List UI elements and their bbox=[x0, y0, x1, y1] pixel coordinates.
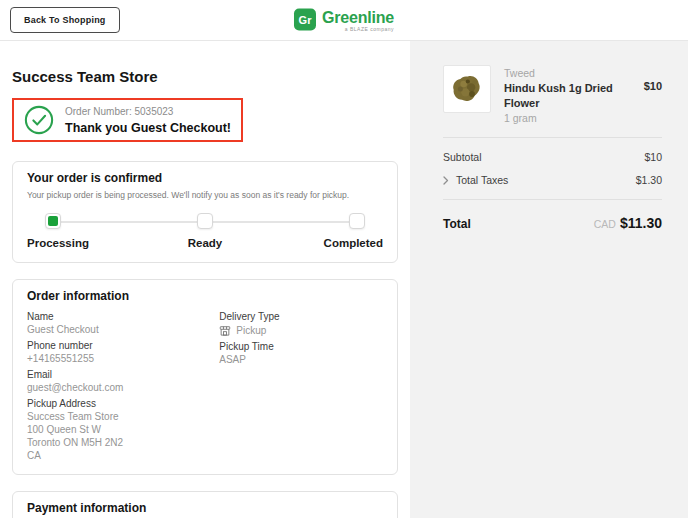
order-information-card: Order information Name Guest Checkout Ph… bbox=[12, 279, 398, 475]
subtotal-label: Subtotal bbox=[443, 151, 482, 163]
summary-divider bbox=[443, 137, 662, 138]
total-taxes-row[interactable]: Total Taxes $1.30 bbox=[443, 174, 662, 186]
phone-label: Phone number bbox=[27, 339, 219, 352]
delivery-type-label: Delivery Type bbox=[219, 310, 383, 323]
total-label: Total bbox=[443, 217, 471, 231]
order-information-title: Order information bbox=[27, 289, 383, 303]
chevron-right-icon[interactable] bbox=[443, 176, 449, 185]
address-line: CA bbox=[27, 449, 219, 462]
payment-information-title: Payment information bbox=[27, 501, 383, 515]
pickup-time-label: Pickup Time bbox=[219, 340, 383, 353]
total-taxes-value: $1.30 bbox=[636, 174, 662, 186]
product-name: Hindu Kush 1g Dried Flower bbox=[504, 81, 631, 111]
phone-value: +14165551255 bbox=[27, 352, 219, 365]
name-value: Guest Checkout bbox=[27, 323, 219, 336]
thank-you-message: Thank you Guest Checkout! bbox=[65, 121, 231, 135]
step-processing-checkpoint bbox=[45, 213, 61, 229]
check-circle-icon bbox=[24, 105, 54, 135]
step-label-processing: Processing bbox=[27, 237, 89, 249]
step-active-fill bbox=[48, 216, 58, 226]
field-pickup-address: Pickup Address Success Team Store 100 Qu… bbox=[27, 397, 219, 462]
address-line: 100 Queen St W bbox=[27, 423, 219, 436]
order-confirmation-banner: Order Number: 5035023 Thank you Guest Ch… bbox=[12, 98, 243, 142]
order-summary-sidebar: Tweed Hindu Kush 1g Dried Flower 1 gram … bbox=[410, 41, 688, 518]
product-image bbox=[443, 65, 491, 113]
total-taxes-label: Total Taxes bbox=[456, 174, 508, 186]
field-email: Email guest@checkout.com bbox=[27, 368, 219, 394]
pickup-time-value: ASAP bbox=[219, 353, 383, 366]
order-status-subtitle: Your pickup order is being processed. We… bbox=[27, 190, 383, 201]
order-number: Order Number: 5035023 bbox=[65, 106, 231, 118]
delivery-type-value: Pickup bbox=[236, 324, 266, 337]
cannabis-bud-image bbox=[447, 69, 487, 109]
field-pickup-time: Pickup Time ASAP bbox=[219, 340, 383, 366]
total-row: Total CAD$11.30 bbox=[443, 214, 662, 232]
step-completed-checkpoint bbox=[349, 213, 365, 229]
product-brand: Tweed bbox=[504, 66, 631, 81]
name-label: Name bbox=[27, 310, 219, 323]
step-label-completed: Completed bbox=[324, 237, 383, 249]
subtotal-value: $10 bbox=[644, 151, 662, 163]
logo-brand-text: Greenline bbox=[322, 9, 394, 26]
greenline-logo[interactable]: Gr Greenline a BLAZE company bbox=[294, 9, 394, 32]
pickup-address-label: Pickup Address bbox=[27, 397, 219, 410]
summary-divider bbox=[443, 199, 662, 200]
field-name: Name Guest Checkout bbox=[27, 310, 219, 336]
address-line: Toronto ON M5H 2N2 bbox=[27, 436, 219, 449]
order-confirmation-content: Success Team Store Order Number: 5035023… bbox=[0, 41, 410, 518]
storefront-icon bbox=[219, 325, 231, 337]
step-label-ready: Ready bbox=[188, 237, 223, 249]
total-value: $11.30 bbox=[620, 215, 662, 231]
field-phone: Phone number +14165551255 bbox=[27, 339, 219, 365]
currency-code: CAD bbox=[594, 218, 616, 230]
top-header: Back To Shopping Gr Greenline a BLAZE co… bbox=[0, 0, 688, 41]
email-label: Email bbox=[27, 368, 219, 381]
store-title: Success Team Store bbox=[12, 68, 398, 85]
field-delivery-type: Delivery Type Pickup bbox=[219, 310, 383, 337]
back-to-shopping-button[interactable]: Back To Shopping bbox=[10, 7, 120, 33]
cart-item: Tweed Hindu Kush 1g Dried Flower 1 gram … bbox=[443, 65, 662, 126]
product-price: $10 bbox=[644, 80, 662, 92]
order-status-card: Your order is confirmed Your pickup orde… bbox=[12, 161, 398, 263]
address-line: Success Team Store bbox=[27, 410, 219, 423]
step-ready-checkpoint bbox=[197, 213, 213, 229]
order-progress-tracker: Processing Ready Completed bbox=[27, 213, 383, 253]
payment-information-card: Payment information Payment method cash … bbox=[12, 491, 398, 518]
logo-tagline: a BLAZE company bbox=[345, 26, 394, 32]
order-status-title: Your order is confirmed bbox=[27, 171, 383, 185]
product-quantity: 1 gram bbox=[504, 111, 631, 126]
email-value: guest@checkout.com bbox=[27, 381, 219, 394]
greenline-logo-badge-icon: Gr bbox=[294, 9, 316, 31]
subtotal-row: Subtotal $10 bbox=[443, 151, 662, 163]
